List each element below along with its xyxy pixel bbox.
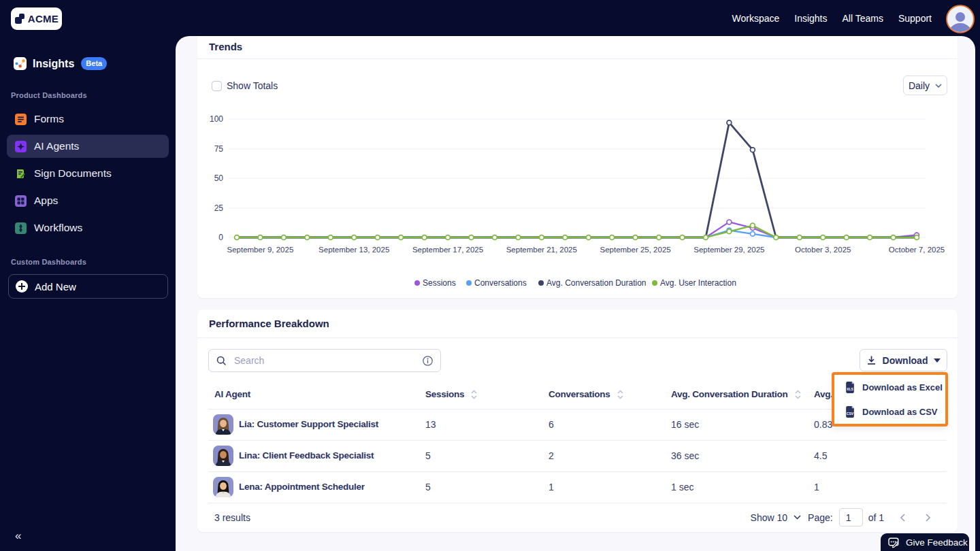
svg-text:September 21, 2025: September 21, 2025 bbox=[506, 246, 577, 254]
svg-text:September 17, 2025: September 17, 2025 bbox=[412, 246, 483, 254]
svg-text:CSV: CSV bbox=[847, 411, 854, 415]
svg-text:September 25, 2025: September 25, 2025 bbox=[600, 246, 670, 254]
svg-text:September 13, 2025: September 13, 2025 bbox=[318, 246, 389, 254]
svg-text:September 29, 2025: September 29, 2025 bbox=[693, 246, 764, 254]
svg-text:25: 25 bbox=[214, 203, 224, 213]
svg-text:October 7, 2025: October 7, 2025 bbox=[889, 246, 945, 254]
svg-text:50: 50 bbox=[214, 173, 224, 183]
svg-text:September 9, 2025: September 9, 2025 bbox=[227, 246, 293, 254]
svg-text:0: 0 bbox=[218, 233, 223, 242]
svg-text:75: 75 bbox=[214, 144, 224, 154]
svg-text:100: 100 bbox=[210, 114, 223, 124]
svg-text:October 3, 2025: October 3, 2025 bbox=[795, 246, 851, 254]
svg-text:XLS: XLS bbox=[847, 386, 854, 390]
